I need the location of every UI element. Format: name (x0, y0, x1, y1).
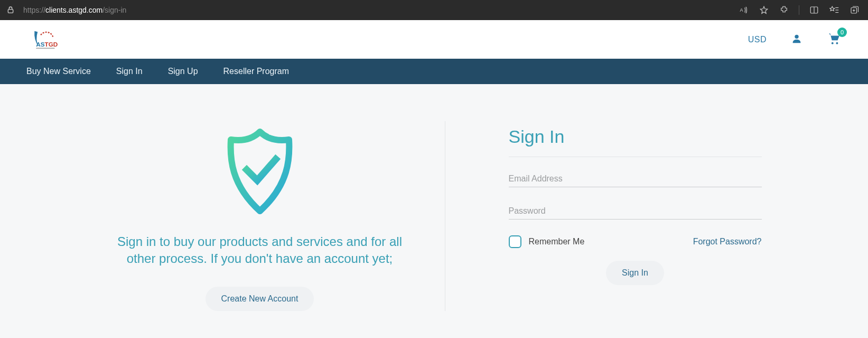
svg-text:A: A (740, 7, 743, 13)
main-content: Sign in to buy our products and services… (0, 84, 868, 311)
browser-actions: A (739, 5, 863, 15)
svg-point-15 (832, 42, 834, 44)
main-nav: Buy New Service Sign In Sign Up Reseller… (0, 59, 868, 84)
nav-sign-up[interactable]: Sign Up (168, 67, 198, 76)
forgot-password-link[interactable]: Forgot Password? (693, 237, 762, 246)
user-icon[interactable] (791, 33, 802, 47)
remember-me-checkbox[interactable] (509, 235, 521, 248)
split-screen-icon[interactable] (809, 5, 819, 15)
url-host: clients.astgd.com (45, 6, 102, 14)
url-scheme: https:// (23, 6, 45, 14)
svg-marker-5 (830, 6, 835, 11)
nav-buy-new-service[interactable]: Buy New Service (26, 67, 91, 76)
extensions-icon[interactable] (779, 5, 789, 15)
email-field[interactable] (509, 171, 762, 187)
collections-icon[interactable] (849, 5, 860, 15)
browser-chrome: https://clients.astgd.com/sign-in A (0, 0, 868, 20)
header-actions: USD 0 (748, 32, 842, 48)
site-header: ASTGD USD 0 (0, 20, 868, 59)
nav-sign-in[interactable]: Sign In (116, 67, 143, 76)
site-info-icon[interactable] (5, 5, 16, 15)
read-aloud-icon[interactable]: A (739, 5, 749, 15)
site-logo[interactable]: ASTGD (26, 28, 58, 51)
column-divider (445, 121, 445, 311)
favorites-list-icon[interactable] (829, 5, 839, 15)
svg-text:ASTGD: ASTGD (36, 41, 58, 48)
address-bar[interactable]: https://clients.astgd.com/sign-in (20, 6, 126, 14)
nav-reseller-program[interactable]: Reseller Program (223, 67, 289, 76)
remember-me-text: Remember Me (529, 237, 585, 246)
email-field-wrap (509, 171, 762, 187)
url-path: /sign-in (102, 6, 126, 14)
shield-check-icon (220, 126, 300, 218)
signin-button[interactable]: Sign In (606, 261, 664, 285)
svg-point-16 (836, 42, 838, 44)
password-field[interactable] (509, 203, 762, 220)
cart-count-badge: 0 (837, 28, 847, 37)
svg-marker-2 (760, 6, 768, 13)
promo-text: Sign in to buy our products and services… (117, 233, 403, 268)
svg-point-14 (795, 34, 798, 38)
create-account-button[interactable]: Create New Account (206, 287, 314, 311)
cart-button[interactable]: 0 (827, 32, 842, 48)
signin-form: Sign In Remember Me Forgot Password? Sig… (466, 121, 794, 311)
currency-selector[interactable]: USD (748, 35, 767, 44)
remember-me-label[interactable]: Remember Me (509, 235, 585, 248)
chrome-separator (799, 5, 799, 15)
form-title: Sign In (509, 126, 762, 147)
title-rule (509, 157, 762, 157)
svg-rect-0 (8, 10, 13, 13)
signup-promo: Sign in to buy our products and services… (75, 121, 445, 311)
favorite-star-icon[interactable] (759, 5, 769, 15)
password-field-wrap (509, 203, 762, 220)
